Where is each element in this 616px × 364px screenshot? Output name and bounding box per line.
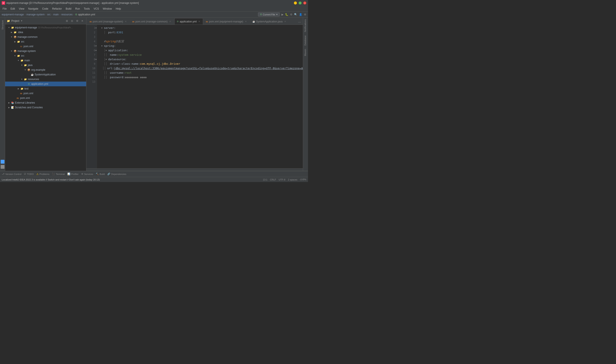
run-button[interactable]: ▶ [281,13,283,16]
more-tabs-button[interactable]: ⋯ [297,19,302,25]
expand-all-button[interactable]: ⊞ [65,19,69,23]
tab-close-pom-equipment-manage[interactable]: ✕ [244,20,247,23]
problems-button[interactable]: ⚠ Problems [36,173,49,176]
status-position[interactable]: 13:1 [263,178,268,181]
toolbar-search[interactable]: 🔍 [294,13,297,16]
tab-application-yml[interactable]: ⚙ application.yml ✕ [174,18,203,25]
breadcrumb-src[interactable]: src [47,13,51,16]
tree-item-ms-sysapp[interactable]: ▶ ☕ SystemApplication [5,72,86,77]
line-num-2: 2 [86,30,95,35]
tree-item-ms-src[interactable]: ▼ 📁 src [5,53,86,58]
toolbar-settings[interactable]: ⚙ [290,13,292,16]
code-token-name-key: name: [110,53,118,56]
status-charset[interactable]: UTF-8 [279,178,285,181]
menu-refactor[interactable]: Refactor [51,7,64,11]
tree-item-ms-resources[interactable]: ▼ 📁 resources [5,77,86,82]
terminal-button[interactable]: ⬛ Terminal [52,173,65,175]
tree-item-mc-src[interactable]: ▶ 📁 src [5,39,86,44]
close-panel-button[interactable]: ✕ [80,19,84,23]
services-button[interactable]: ⚙ Services [81,173,93,175]
version-control-button[interactable]: ⎇ Version Control [2,173,21,175]
tree-item-ms-appyml[interactable]: ▶ ⚙ application.yml [5,82,86,86]
tab-pom-manage-system[interactable]: m pom.xml (manage-system) ✕ [87,18,130,25]
tree-label-ms-test: test [24,87,28,90]
debug-button[interactable]: 🐛 [285,13,288,16]
build-button[interactable]: 🔨 Build [96,173,105,175]
tree-item-equipment-manage[interactable]: ▼ 📁 equipment-manage D:\YhcResource\myPr… [5,25,86,30]
collapse-all-button[interactable]: ⊟ [70,19,74,23]
tab-close-pom-manage-system[interactable]: ✕ [124,20,127,23]
menu-build[interactable]: Build [64,7,73,11]
expand-arrow: ▶ [8,106,10,109]
close-button[interactable]: ✕ [303,1,306,4]
code-line-12: │ │ password: ●●●●●●●● ●●●● [97,75,303,79]
status-indent[interactable]: 2 spaces [288,178,297,181]
editor-area: m pom.xml (manage-system) ✕ m pom.xml (m… [86,17,303,171]
tab-pom-equipment-manage[interactable]: m pom.xml (equipment-manage) ✕ [203,18,250,25]
tab-pom-manage-common[interactable]: m pom.xml (manage-common) ✕ [130,18,174,25]
left-icon-1[interactable] [1,160,4,164]
terminal-label: Terminal [56,173,65,175]
tree-item-root-pom[interactable]: ▶ m pom.xml [5,96,86,100]
line-num-5: 5▼ [86,44,95,48]
menu-vcs[interactable]: VCS [92,7,101,11]
code-token-spring: spring: [104,44,116,47]
tree-item-scratches[interactable]: ▶ 📝 Scratches and Consoles [5,105,86,110]
structure-panel-label[interactable]: Structure [0,18,5,31]
menu-code[interactable]: Code [40,7,50,11]
tree-item-ms-main[interactable]: ▼ 📁 main [5,58,86,63]
menu-tools[interactable]: Tools [82,7,92,11]
menu-edit[interactable]: Edit [9,7,17,11]
tree-item-ms-pom[interactable]: ▶ m pom.xml [5,91,86,96]
tree-label-manage-common: manage-common [17,36,37,39]
left-icon-2[interactable] [1,165,4,169]
toolbar-avatar[interactable]: 👤 [299,13,302,16]
menu-navigate[interactable]: Navigate [27,7,40,11]
settings-button[interactable]: ⚙ [75,19,79,23]
folder-icon: 📁 [13,31,17,34]
menu-help[interactable]: Help [114,7,123,11]
status-encoding[interactable]: CRLF [270,178,276,181]
right-panel-labels: Notifications Database Maven [303,17,308,171]
dependencies-button[interactable]: 🔗 Dependencies [107,173,126,175]
breadcrumb-manage-system[interactable]: manage-system [26,13,44,16]
tab-close-pom-manage-common[interactable]: ✕ [169,20,172,23]
tree-item-ms-java[interactable]: ▼ 📁 java [5,63,86,67]
maximize-button[interactable]: □ [299,1,302,4]
tree-label-ms-src: src [21,54,24,57]
menu-run[interactable]: Run [74,7,82,11]
tree-item-ext-libs[interactable]: ▶ 📚 External Libraries [5,100,86,105]
tree-item-manage-common[interactable]: ▼ 📦 manage-common [5,35,86,39]
tree-item-ms-test[interactable]: ▶ 📁 test [5,86,86,91]
breadcrumb-resources[interactable]: resources [61,13,73,16]
notifications-panel-label[interactable]: Notifications [303,17,308,34]
menu-file[interactable]: File [1,7,8,11]
tree-item-idea[interactable]: ▶ 📁 .idea [5,30,86,35]
expand-arrow: ▶ [8,102,10,104]
code-token-password-val: ●●●●●●●● ●●●● [125,76,147,79]
minimize-button[interactable]: – [294,1,297,4]
database-panel-label[interactable]: Database [303,34,308,47]
code-token-server: server: [104,26,116,29]
pom-icon: m [16,96,19,100]
code-editor[interactable]: ▼ server: │ port: 8301 #spring的配置 [97,25,303,168]
tree-label-ext-libs: External Libraries [15,101,35,104]
tab-close-system-application[interactable]: ✕ [284,20,287,23]
tree-item-mc-pom[interactable]: ▶ m pom.xml [5,44,86,49]
breadcrumb-equipment-manage[interactable]: equipment-manage [2,13,24,16]
tab-close-application-yml[interactable]: ✕ [198,20,201,23]
tree-item-ms-org[interactable]: ▼ 📦 org.example [5,67,86,72]
profiler-button[interactable]: 📊 Profiler [67,173,79,175]
menu-window[interactable]: Window [101,7,114,11]
maven-panel-label[interactable]: Maven [303,47,308,58]
toolbar-gear[interactable]: ⚙ [304,13,306,16]
tab-system-application[interactable]: ☕ SystemApplication.java ✕ [250,18,289,25]
breadcrumb-main[interactable]: main [53,13,59,16]
code-token-datasource: datasource: [108,58,127,61]
menu-view[interactable]: View [17,7,26,11]
horizontal-scrollbar[interactable] [86,168,303,171]
todo-button[interactable]: ☑ TODO [24,173,34,175]
tree-item-manage-system[interactable]: ▼ 📦 manage-system [5,49,86,53]
current-file-button[interactable]: ⚙ Current File ▼ [258,13,280,16]
status-misc[interactable]: 小/9% [300,178,306,181]
